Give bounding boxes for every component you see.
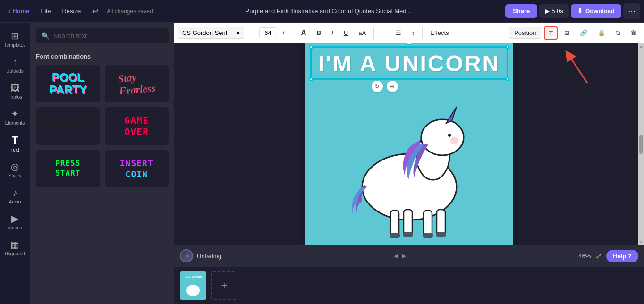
canvas-column: CS Gordon Serif ▾ − + A B I	[174, 23, 644, 304]
copy-style-button[interactable]: T	[544, 26, 558, 40]
align-button[interactable]: ≡	[378, 27, 389, 39]
plus-icon: +	[282, 29, 286, 36]
press-start-text: PRESSSTART	[55, 159, 80, 178]
music-player[interactable]: ⊙ Unfading	[180, 249, 221, 262]
unicorn-illustration	[329, 83, 490, 244]
link-icon: 🔗	[580, 29, 587, 36]
minus-icon: −	[251, 29, 254, 36]
scroll-right-arrow[interactable]: ▶	[402, 253, 406, 259]
font-combo-press-start[interactable]: PRESSSTART	[36, 150, 100, 187]
search-input[interactable]	[53, 32, 163, 40]
undo-button[interactable]: ↩	[87, 4, 103, 18]
font-combo-game-over[interactable]: GAMEOVER	[105, 107, 169, 145]
insert-coin-text: INSERTCOIN	[120, 158, 153, 180]
photos-icon: 🖼	[10, 83, 20, 93]
font-combo-insert-coin[interactable]: INSERTCOIN	[105, 150, 169, 187]
handle-bottom-right[interactable]	[506, 77, 509, 81]
audio-label: Audio	[9, 199, 21, 204]
search-icon: 🔍	[42, 32, 50, 40]
more-options-button[interactable]: ⋯	[623, 3, 640, 19]
font-size-input[interactable]	[259, 27, 277, 38]
case-button[interactable]: aA	[355, 27, 370, 39]
delete-button[interactable]: 🗑	[627, 27, 640, 39]
sidebar-item-templates[interactable]: ⊞ Templates	[0, 26, 30, 52]
scroll-left-arrow[interactable]: ◀	[394, 253, 398, 259]
zoom-expand-icon[interactable]: ⤢	[595, 252, 602, 261]
file-button[interactable]: File	[36, 5, 55, 17]
font-combo-pool-party[interactable]: POOLPARTY	[36, 65, 100, 102]
text-selection-box[interactable]: ↻ I'M A UNICORN	[311, 47, 508, 79]
position-label: Position	[514, 29, 536, 36]
top-navbar: ‹ Home File Resize ↩ All changes saved P…	[0, 0, 644, 23]
italic-button[interactable]: I	[328, 27, 337, 39]
sidebar-item-videos[interactable]: ▶ Videos	[0, 209, 30, 235]
copy-style-icon: T	[549, 29, 553, 37]
search-wrapper: 🔍	[36, 28, 169, 43]
sidebar-item-text[interactable]: T Text	[0, 130, 30, 157]
scroll-thumb[interactable]	[639, 135, 643, 154]
uploads-label: Uploads	[6, 68, 24, 74]
sidebar-item-elements[interactable]: ✦ Elements	[0, 104, 30, 130]
download-button[interactable]: ⬇ Download	[571, 4, 621, 18]
play-button[interactable]: ▶ 5.0s	[539, 4, 569, 18]
font-size-increase-button[interactable]: +	[278, 27, 289, 39]
music-track-label: Unfading	[197, 253, 221, 260]
selection-handles: ↻	[310, 46, 508, 80]
toolbar-divider-2	[373, 27, 374, 39]
font-size-decrease-button[interactable]: −	[247, 27, 258, 39]
font-dropdown-icon: ▾	[237, 29, 240, 36]
text-icon: T	[12, 135, 18, 145]
handle-top-right[interactable]	[506, 45, 509, 49]
bold-button[interactable]: B	[313, 27, 325, 39]
font-combinations-grid: POOLPARTY StayFearless RODEO GAMEOVER PR…	[36, 65, 169, 187]
rotate-handle[interactable]: ↻	[405, 43, 414, 45]
resize-button[interactable]: Resize	[57, 5, 85, 17]
font-combo-rodeo[interactable]: RODEO	[36, 107, 100, 145]
sidebar-item-photos[interactable]: 🖼 Photos	[0, 78, 30, 104]
help-button[interactable]: Help ?	[606, 250, 638, 262]
handle-bottom-left[interactable]	[309, 77, 313, 81]
sidebar-item-uploads[interactable]: ↑ Uploads	[0, 52, 30, 78]
large-a-icon: A	[301, 29, 306, 37]
canvas-area: ↻ I'M A UNICORN ↻ ⊕	[174, 43, 644, 245]
sidebar-item-audio[interactable]: ♪ Audio	[0, 183, 30, 209]
handle-top-left[interactable]	[309, 45, 313, 49]
scroll-down-arrow[interactable]: ▼	[638, 240, 644, 245]
chevron-left-icon: ‹	[8, 8, 10, 15]
sidebar: ⊞ Templates ↑ Uploads 🖼 Photos ✦ Element…	[0, 23, 30, 304]
elements-label: Elements	[5, 120, 25, 126]
panel-content: Font combinations POOLPARTY StayFearless…	[30, 47, 174, 304]
font-combo-stay-fearless[interactable]: StayFearless	[105, 65, 169, 102]
sidebar-item-styles[interactable]: ◎ Styles	[0, 157, 30, 183]
underline-button[interactable]: U	[340, 27, 352, 39]
copy-button[interactable]: ⧉	[612, 27, 624, 39]
thumbnail-page-1[interactable]: I'M A UNICORN	[180, 271, 206, 300]
left-panel: 🔍 Font combinations POOLPARTY StayFearle…	[30, 23, 174, 304]
scroll-up-arrow[interactable]: ▲	[638, 44, 644, 49]
sidebar-item-background[interactable]: ▦ Bkground	[0, 235, 30, 261]
styles-label: Styles	[8, 173, 21, 178]
main-area: ⊞ Templates ↑ Uploads 🖼 Photos ✦ Element…	[0, 23, 644, 304]
photos-label: Photos	[8, 94, 22, 100]
position-button[interactable]: Position	[509, 27, 541, 39]
font-name-display: CS Gordon Serif	[182, 29, 227, 36]
list-icon: ☰	[396, 29, 401, 36]
link-button[interactable]: 🔗	[576, 27, 591, 39]
svg-marker-5	[446, 107, 457, 123]
font-size-controls: − +	[247, 27, 289, 39]
pattern-button[interactable]: ⊞	[560, 27, 573, 39]
share-button[interactable]: Share	[505, 4, 537, 18]
lock-icon: 🔒	[598, 29, 605, 36]
effects-button[interactable]: Effects	[426, 27, 453, 39]
home-button[interactable]: ‹ Home	[4, 5, 34, 17]
spacing-button[interactable]: ↕	[408, 27, 419, 39]
add-page-button[interactable]: +	[211, 271, 237, 300]
font-size-large-button[interactable]: A	[297, 26, 310, 40]
copy-icon: ⧉	[616, 29, 620, 37]
font-selector[interactable]: CS Gordon Serif ▾	[178, 27, 244, 39]
list-button[interactable]: ☰	[392, 27, 405, 39]
game-over-text: GAMEOVER	[124, 115, 149, 137]
vertical-scrollbar[interactable]: ▲ ▼	[638, 43, 644, 245]
bottom-bar: ⊙ Unfading ◀ ▶ 46% ⤢ Help ?	[174, 245, 644, 266]
lock-button[interactable]: 🔒	[594, 27, 609, 39]
